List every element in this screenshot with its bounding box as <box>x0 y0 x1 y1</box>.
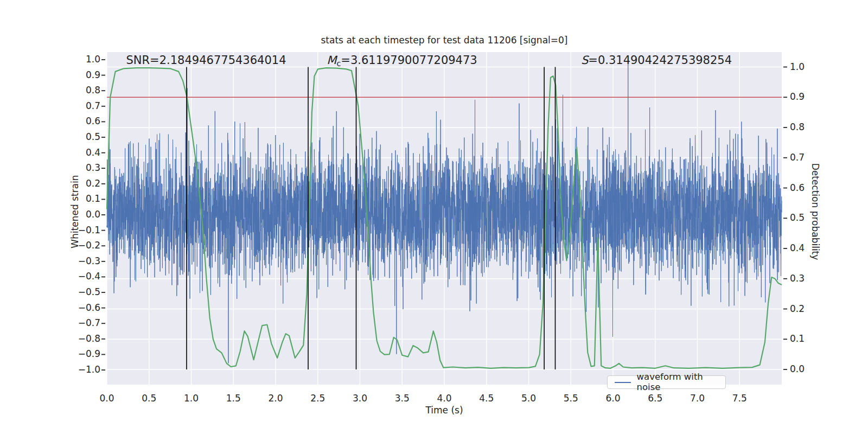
x-tick-label: 5.0 <box>521 393 536 404</box>
y-tick-label-left: −0.6 <box>57 302 100 313</box>
legend-line-swatch <box>615 382 631 383</box>
annotation-snr: SNR=2.1849467754364014 <box>126 54 286 68</box>
x-tick-label: 4.5 <box>479 393 494 404</box>
y-tick-label-left: 0.9 <box>57 69 100 80</box>
y-axis-label-right: Detection probability <box>810 163 821 260</box>
x-tick-label: 5.5 <box>564 393 578 404</box>
x-tick-label: 1.0 <box>184 393 199 404</box>
y-tick-label-left: 0.2 <box>57 178 100 189</box>
y-tick-label-left: 0.3 <box>57 162 100 173</box>
annotation-snr-var: SNR <box>126 54 150 67</box>
x-tick-label: 0.5 <box>142 393 156 404</box>
annotation-s-stat-value: =0.31490424275398254 <box>588 54 732 67</box>
y-tick-label-right: 0.6 <box>790 182 805 193</box>
x-tick-label: 2.5 <box>310 393 325 404</box>
chart-title: stats at each timestep for test data 112… <box>107 35 782 46</box>
y-tick-label-left: 0.0 <box>57 209 100 220</box>
y-tick-label-right: 0.8 <box>790 122 805 132</box>
x-tick-label: 6.5 <box>648 393 662 404</box>
y-tick-label-right: 0.7 <box>790 152 805 163</box>
y-tick-label-left: 0.5 <box>57 131 100 142</box>
x-tick-label: 4.0 <box>437 393 451 404</box>
annotation-chirp-mass-var: M <box>327 54 336 67</box>
y-tick-label-right: 0.5 <box>790 212 805 223</box>
annotation-s-stat: S=0.31490424275398254 <box>581 54 732 68</box>
annotation-snr-value: =2.1849467754364014 <box>150 54 286 67</box>
y-tick-label-right: 0.1 <box>790 333 805 344</box>
y-tick-label-left: −0.9 <box>57 348 100 359</box>
y-tick-label-right: 0.9 <box>790 91 805 102</box>
y-tick-label-left: −1.0 <box>57 364 100 375</box>
y-tick-label-right: 0.0 <box>790 363 805 374</box>
x-axis-label: Time (s) <box>107 405 782 416</box>
annotation-chirp-mass-value: =3.6119790077209473 <box>341 54 477 67</box>
x-tick-label: 7.0 <box>690 393 705 404</box>
y-tick-label-left: 0.8 <box>57 85 100 95</box>
y-tick-label-left: −0.5 <box>57 286 100 297</box>
x-tick-label: 2.0 <box>268 393 283 404</box>
y-tick-label-right: 1.0 <box>790 61 805 72</box>
annotation-chirp-mass-sub: c <box>336 59 341 68</box>
y-tick-label-left: −0.1 <box>57 225 100 235</box>
x-tick-label: 3.5 <box>395 393 410 404</box>
annotation-s-stat-var: S <box>581 54 588 67</box>
annotation-chirp-mass: Mc=3.6119790077209473 <box>327 54 477 68</box>
x-tick-label: 6.0 <box>605 393 620 404</box>
y-tick-label-left: 0.6 <box>57 116 100 126</box>
y-tick-label-left: 0.1 <box>57 193 100 204</box>
y-tick-label-right: 0.4 <box>790 242 805 253</box>
y-tick-label-left: 0.7 <box>57 100 100 111</box>
y-tick-label-left: −0.8 <box>57 333 100 344</box>
x-tick-label: 1.5 <box>226 393 241 404</box>
x-tick-label: 3.0 <box>353 393 367 404</box>
x-tick-label: 7.5 <box>732 393 747 404</box>
y-tick-label-left: 1.0 <box>57 54 100 65</box>
figure: stats at each timestep for test data 112… <box>0 0 868 434</box>
y-tick-label-left: −0.4 <box>57 271 100 282</box>
x-tick-label: 0.0 <box>99 393 114 404</box>
y-tick-label-right: 0.2 <box>790 303 805 314</box>
legend-label: waveform with noise <box>637 372 725 392</box>
legend: waveform with noise <box>607 375 726 389</box>
y-tick-label-right: 0.3 <box>790 273 805 284</box>
y-tick-label-left: −0.3 <box>57 256 100 266</box>
y-tick-label-left: −0.7 <box>57 317 100 328</box>
y-tick-label-left: 0.4 <box>57 147 100 158</box>
y-tick-label-left: −0.2 <box>57 240 100 251</box>
